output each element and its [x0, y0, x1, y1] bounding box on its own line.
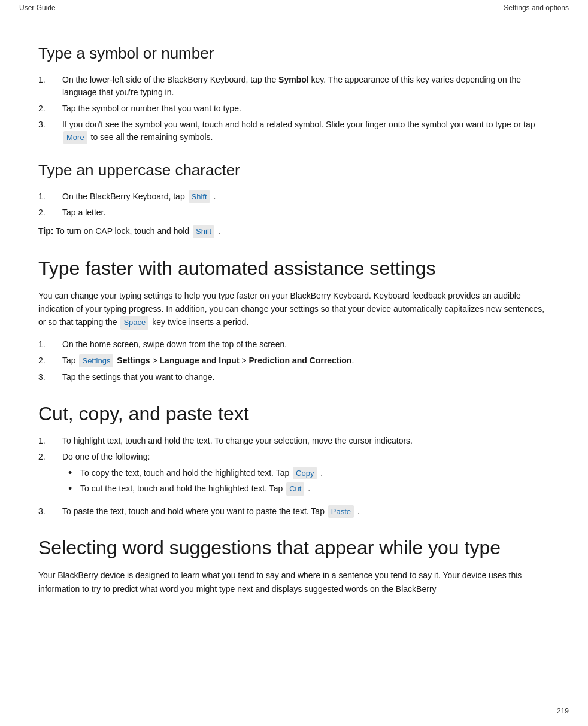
language-input-text: Language and Input	[160, 356, 240, 365]
type-symbol-steps: 1. On the lower-left side of the BlackBe…	[38, 74, 550, 144]
page-number: 219	[557, 707, 569, 715]
cut-copy-paste-steps: 1. To highlight text, touch and hold the…	[38, 435, 550, 518]
step-number: 1.	[38, 338, 62, 351]
space-badge: Space	[120, 316, 148, 330]
step-number: 1.	[38, 74, 62, 99]
step-content: On the BlackBerry Keyboard, tap Shift .	[62, 190, 550, 203]
list-item: 2. Tap the symbol or number that you wan…	[38, 102, 550, 115]
list-item: 2. Do one of the following: • To copy th…	[38, 451, 550, 502]
step-number: 2.	[38, 451, 62, 502]
step-number: 2.	[38, 354, 62, 367]
list-item: 2. Tap Settings Settings > Language and …	[38, 354, 550, 367]
list-item: 3. To paste the text, touch and hold whe…	[38, 505, 550, 518]
type-faster-steps: 1. On the home screen, swipe down from t…	[38, 338, 550, 384]
list-item: 1. On the lower-left side of the BlackBe…	[38, 74, 550, 99]
bullet-dot: •	[68, 467, 80, 480]
step-content: Tap a letter.	[62, 206, 550, 219]
list-item: 1. On the home screen, swipe down from t…	[38, 338, 550, 351]
header-right: Settings and options	[504, 4, 569, 12]
section-title-type-symbol: Type a symbol or number	[38, 44, 550, 63]
list-item: • To cut the text, touch and hold the hi…	[62, 482, 550, 496]
step-content: Do one of the following: • To copy the t…	[62, 451, 550, 502]
section-title-uppercase: Type an uppercase character	[38, 161, 550, 180]
list-item: 2. Tap a letter.	[38, 206, 550, 219]
step-content: To highlight text, touch and hold the te…	[62, 435, 550, 447]
step-content: If you don't see the symbol you want, to…	[62, 119, 550, 144]
tip-label: Tip:	[38, 226, 53, 236]
step-content: On the lower-left side of the BlackBerry…	[62, 74, 550, 99]
bullet-content: To cut the text, touch and hold the high…	[80, 482, 550, 496]
shift-badge: Shift	[189, 190, 210, 203]
page-footer: 219	[557, 707, 569, 715]
step-number: 3.	[38, 371, 62, 384]
step-number: 1.	[38, 190, 62, 203]
bold-symbol: Symbol	[278, 75, 309, 84]
list-item: 1. On the BlackBerry Keyboard, tap Shift…	[38, 190, 550, 203]
bullet-dot: •	[68, 482, 80, 496]
step-content: On the home screen, swipe down from the …	[62, 338, 550, 351]
copy-badge: Copy	[293, 467, 317, 480]
list-item: 1. To highlight text, touch and hold the…	[38, 435, 550, 447]
page-content: Type a symbol or number 1. On the lower-…	[0, 16, 588, 628]
tip-uppercase: Tip: To turn on CAP lock, touch and hold…	[38, 225, 550, 238]
bullet-content: To copy the text, touch and hold the hig…	[80, 467, 550, 480]
type-faster-intro: You can change your typing settings to h…	[38, 289, 550, 330]
uppercase-steps: 1. On the BlackBerry Keyboard, tap Shift…	[38, 190, 550, 220]
more-badge: More	[63, 131, 87, 144]
copy-cut-bullets: • To copy the text, touch and hold the h…	[62, 467, 550, 496]
cut-badge: Cut	[286, 482, 304, 496]
step-number: 3.	[38, 119, 62, 144]
section-title-word-suggestions: Selecting word suggestions that appear w…	[38, 537, 550, 559]
list-item: 3. If you don't see the symbol you want,…	[38, 119, 550, 144]
step-number: 1.	[38, 435, 62, 447]
settings-text: Settings	[117, 356, 150, 365]
section-title-type-faster: Type faster with automated assistance se…	[38, 257, 550, 280]
paste-badge: Paste	[328, 505, 354, 518]
step-number: 3.	[38, 505, 62, 518]
step-content: Tap the symbol or number that you want t…	[62, 102, 550, 115]
header-left: User Guide	[19, 4, 56, 12]
section-title-cut-copy-paste: Cut, copy, and paste text	[38, 403, 550, 425]
step-number: 2.	[38, 102, 62, 115]
page-header: User Guide Settings and options	[0, 0, 588, 16]
step-content: Tap Settings Settings > Language and Inp…	[62, 354, 550, 367]
shift-badge-2: Shift	[193, 225, 214, 238]
list-item: 3. Tap the settings that you want to cha…	[38, 371, 550, 384]
prediction-correction-text: Prediction and Correction	[249, 356, 352, 365]
settings-badge: Settings	[79, 354, 113, 367]
step-content: Tap the settings that you want to change…	[62, 371, 550, 384]
list-item: • To copy the text, touch and hold the h…	[62, 467, 550, 480]
step-content: To paste the text, touch and hold where …	[62, 505, 550, 518]
step-number: 2.	[38, 206, 62, 219]
word-suggestions-intro: Your BlackBerry device is designed to le…	[38, 569, 550, 596]
